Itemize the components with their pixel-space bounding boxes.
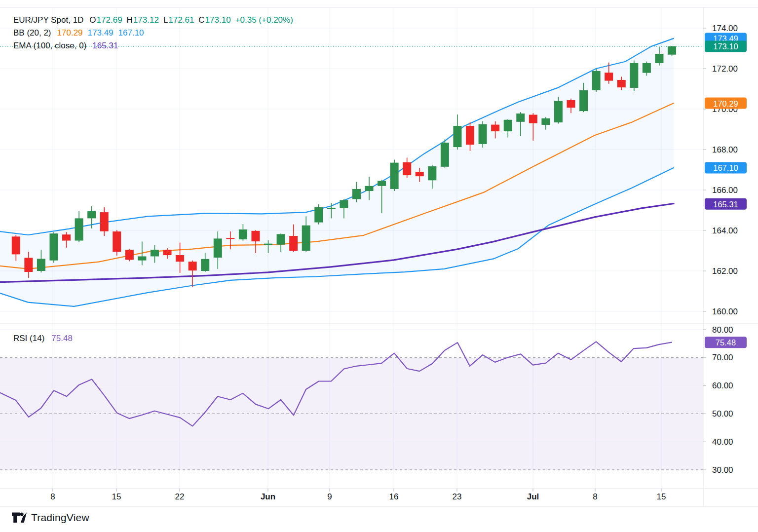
rsi-axis-label: 60.00 <box>712 381 733 390</box>
candle-body <box>302 226 310 251</box>
candle-body <box>504 120 512 131</box>
candle-body <box>264 244 272 245</box>
candle-body <box>516 114 525 122</box>
candle-body <box>226 238 234 239</box>
candle-body <box>277 234 285 244</box>
price-badge-label: 167.10 <box>713 163 738 172</box>
candle-body <box>428 166 436 180</box>
candle-body <box>138 256 146 260</box>
candle-body <box>541 118 550 125</box>
candle-body <box>189 262 197 270</box>
candle-body <box>49 233 58 261</box>
price-axis-label: 162.00 <box>712 266 738 276</box>
candle-body <box>390 163 399 189</box>
candle-body <box>352 189 361 199</box>
rsi-axis-label: 70.00 <box>712 353 733 362</box>
candle-body <box>491 125 499 132</box>
candle-body <box>125 250 134 260</box>
candle-body <box>251 231 260 241</box>
candle-body <box>529 114 537 123</box>
date-axis-label: 8 <box>50 492 55 501</box>
price-axis-label: 174.00 <box>712 24 738 33</box>
rsi-axis-label: 30.00 <box>712 465 733 475</box>
price-badge-label: 170.29 <box>713 99 738 108</box>
price-axis-label: 172.00 <box>712 64 738 74</box>
rsi-axis-label: 40.00 <box>712 437 733 447</box>
candle-body <box>314 207 323 223</box>
candle-body <box>668 46 676 55</box>
candle-body <box>113 231 121 252</box>
price-badge-label: 75.48 <box>716 338 736 347</box>
tradingview-logo[interactable]: TradingView <box>12 512 89 524</box>
candle-body <box>340 200 348 208</box>
candle-body <box>176 255 184 262</box>
date-axis-label: Jun <box>261 492 275 501</box>
candle-body <box>100 212 109 231</box>
candle-body <box>617 80 626 87</box>
date-axis-label: 15 <box>112 492 121 501</box>
price-axis-label: 160.00 <box>712 307 738 316</box>
candle-body <box>630 63 638 88</box>
candle-body <box>579 90 588 111</box>
tradingview-logo-icon <box>12 512 27 524</box>
candle-body <box>201 259 209 271</box>
candle-body <box>453 126 461 147</box>
candle-body <box>87 211 96 218</box>
price-badge-label: 173.10 <box>713 42 738 51</box>
rsi-axis-label: 80.00 <box>712 325 733 335</box>
tradingview-logo-text: TradingView <box>31 512 89 524</box>
date-axis-label: 15 <box>657 492 666 501</box>
price-axis-label: 164.00 <box>712 226 738 235</box>
candle-body <box>655 54 663 63</box>
candle-body <box>12 236 20 254</box>
candle-body <box>75 218 83 240</box>
candle-body <box>592 71 601 90</box>
date-axis-label: Jul <box>527 492 539 501</box>
candle-body <box>466 126 474 145</box>
candle-body <box>403 162 411 175</box>
candle-body <box>567 100 575 108</box>
date-axis-label: 23 <box>453 492 462 501</box>
price-axis-label: 166.00 <box>712 186 738 195</box>
date-axis-label: 8 <box>593 492 597 501</box>
candle-body <box>378 181 386 186</box>
candle-body <box>239 229 247 239</box>
candle-body <box>441 143 449 167</box>
candle-body <box>62 234 71 240</box>
candle-body <box>554 101 563 122</box>
candle-body <box>37 259 45 271</box>
candle-body <box>327 208 336 209</box>
candle-body <box>163 250 172 255</box>
tradingview-chart-window: 174.00172.00170.00168.00166.00164.00162.… <box>0 0 758 532</box>
price-badge-label: 165.31 <box>713 200 738 209</box>
date-axis-label: 16 <box>389 492 399 501</box>
chart-canvas[interactable]: 174.00172.00170.00168.00166.00164.00162.… <box>0 0 758 532</box>
candle-body <box>479 124 487 144</box>
date-axis-label: 22 <box>175 492 185 501</box>
candle-body <box>605 73 613 80</box>
candle-body <box>365 186 374 191</box>
candle-body <box>643 63 651 73</box>
candle-body <box>24 258 33 272</box>
rsi-axis-label: 50.00 <box>712 409 733 418</box>
candle-body <box>289 236 298 251</box>
price-axis-label: 168.00 <box>712 145 738 154</box>
candle-body <box>416 172 424 176</box>
candle-body <box>214 238 222 258</box>
candle-body <box>151 250 159 257</box>
date-axis-label: 9 <box>327 492 332 501</box>
